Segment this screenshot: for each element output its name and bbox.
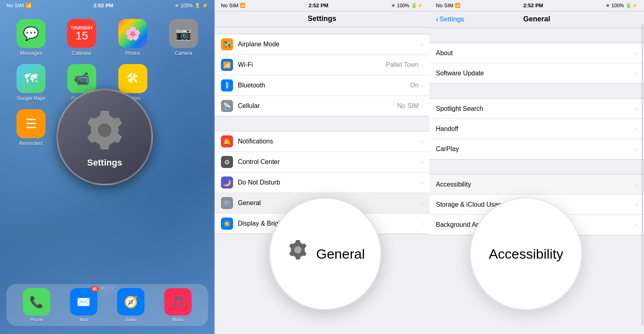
general-time: 2:52 PM	[523, 2, 543, 8]
carrier-label: No SIM	[6, 2, 24, 8]
accessibility-chevron: ›	[636, 181, 638, 188]
row-airplane[interactable]: ✈️ Airplane Mode ›	[215, 34, 429, 55]
messages-label: Messages	[20, 50, 42, 56]
spotlight-chevron: ›	[636, 106, 638, 112]
handoff-label: Handoff	[436, 125, 636, 133]
general-battery-label: 100%	[611, 3, 624, 8]
messages-icon-img: 💬	[17, 19, 45, 48]
general-gap-top	[429, 28, 644, 39]
settings-battery-label: 100%	[397, 3, 409, 8]
charge-icon: ⚡	[202, 3, 208, 8]
safari-icon-img: 🧭	[117, 288, 144, 315]
dock: 📞 Phone ✉️ 45 Mail 🧭 Safari 🎵 Music	[6, 284, 208, 326]
settings-battery-icon: 🔋⚡	[411, 3, 423, 8]
dock-safari[interactable]: 🧭 Safari	[117, 288, 144, 322]
about-label: About	[436, 50, 636, 57]
airplane-chevron: ›	[421, 41, 423, 48]
svg-point-0	[98, 123, 111, 137]
accessibility-circle-overlay[interactable]: Accessibility	[470, 197, 582, 310]
battery-info: ✳ 100% 🔋 ⚡	[175, 3, 208, 8]
music-icon-img: 🎵	[164, 288, 192, 315]
mail-label: Mail	[80, 317, 88, 322]
settings-circle-label: Settings	[87, 158, 122, 168]
home-screen: No SIM 📶 2:52 PM ✳ 100% 🔋 ⚡ 💬 Messages T…	[0, 0, 215, 334]
back-chevron-icon: ‹	[436, 15, 439, 24]
dock-mail[interactable]: ✉️ 45 Mail	[70, 288, 97, 322]
cc-label: Control Center	[238, 158, 421, 166]
general-gear-icon	[286, 238, 310, 268]
settings-circle[interactable]: Settings	[56, 89, 153, 185]
camera-label: Camera	[175, 50, 192, 56]
row-dnd[interactable]: 🌙 Do Not Disturb ›	[215, 172, 429, 193]
row-software-update[interactable]: Software Update ›	[429, 63, 644, 83]
handoff-chevron: ›	[636, 126, 638, 132]
row-spotlight[interactable]: Spotlight Search ›	[429, 99, 644, 119]
airplane-icon: ✈️	[221, 38, 233, 50]
general-circle-overlay[interactable]: General	[269, 197, 382, 310]
notif-label: Notifications	[238, 138, 421, 145]
app-camera[interactable]: 📷 Camera	[162, 19, 205, 56]
phone-label: Phone	[30, 317, 43, 322]
wifi-icon: 📶	[221, 59, 233, 71]
row-notifications[interactable]: 🔔 Notifications ›	[215, 131, 429, 152]
row-about[interactable]: About ›	[429, 43, 644, 63]
software-update-label: Software Update	[436, 70, 636, 77]
settings-header: Settings	[215, 11, 429, 27]
music-label: Music	[172, 317, 184, 322]
settings-gear-icon	[80, 106, 129, 154]
row-carplay[interactable]: CarPlay ›	[429, 139, 644, 159]
row-bluetooth[interactable]: ᛒ Bluetooth On ›	[215, 75, 429, 96]
background-refresh-chevron: ›	[636, 222, 638, 228]
app-maps[interactable]: 🗺 Google Maps	[10, 64, 52, 101]
cellular-icon: 📡	[221, 100, 233, 112]
back-label: Settings	[440, 15, 464, 23]
row-cellular[interactable]: 📡 Cellular No SIM ›	[215, 96, 429, 116]
wifi-chevron: ›	[421, 62, 423, 68]
row-handoff[interactable]: Handoff ›	[429, 119, 644, 139]
row-control-center[interactable]: ⚙ Control Center ›	[215, 152, 429, 172]
row-accessibility[interactable]: Accessibility ›	[429, 174, 644, 195]
general-gap-bottom	[429, 160, 644, 171]
back-button[interactable]: ‹ Settings	[436, 15, 464, 24]
signal-icon: 📶	[25, 2, 32, 8]
time-label: 2:52 PM	[93, 2, 113, 8]
safari-label: Safari	[125, 317, 137, 322]
bluetooth-value: On	[410, 82, 419, 89]
app-calendar[interactable]: Thursday 15 Calendar	[60, 19, 103, 56]
row-wifi[interactable]: 📶 Wi-Fi Pallet Town ›	[215, 55, 429, 75]
storage-chevron: ›	[636, 201, 638, 208]
battery-icon: 🔋	[194, 3, 200, 8]
spotlight-label: Spotlight Search	[436, 105, 636, 112]
about-chevron: ›	[636, 50, 638, 56]
app-messages[interactable]: 💬 Messages	[10, 19, 52, 56]
general-title: General	[523, 15, 550, 23]
notif-icon: 🔔	[221, 135, 233, 147]
cc-icon: ⚙	[221, 156, 233, 168]
app-reminders[interactable]: ☰ Reminders	[10, 109, 52, 146]
connectivity-section: ✈️ Airplane Mode › 📶 Wi-Fi Pallet Town ›…	[215, 34, 429, 116]
carrier-info: No SIM 📶	[6, 2, 32, 8]
settings-time: 2:52 PM	[309, 2, 328, 8]
status-bar-settings: No SIM 📶 2:52 PM ✳ 100% 🔋⚡	[215, 0, 429, 11]
scrollbar[interactable]	[642, 24, 643, 326]
cellular-label: Cellular	[238, 102, 397, 110]
app-photos[interactable]: 🌸 Photos	[111, 19, 154, 56]
dock-music[interactable]: 🎵 Music	[164, 288, 192, 322]
settings-battery: ✳ 100% 🔋⚡	[391, 3, 423, 8]
reminders-icon-img: ☰	[17, 109, 45, 138]
general-circle-text: General	[316, 246, 365, 262]
facetime-icon-img: 📹	[67, 64, 96, 93]
general-carrier: No SIM 📶	[436, 2, 460, 8]
calendar-label: Calendar	[72, 50, 92, 56]
general-signal-icon: 📶	[455, 3, 460, 8]
settings-carrier: No SIM 📶	[221, 2, 246, 8]
dock-phone[interactable]: 📞 Phone	[23, 288, 50, 322]
dnd-icon: 🌙	[221, 176, 233, 189]
carplay-label: CarPlay	[436, 145, 636, 153]
maps-label: Google Maps	[17, 95, 45, 101]
bluetooth-row-icon: ᛒ	[221, 79, 233, 91]
phone-icon-img: 📞	[23, 288, 50, 315]
settings-carrier-label: No SIM	[221, 2, 238, 8]
bluetooth-icon: ✳	[175, 3, 179, 8]
utilities-icon-img: 🛠	[118, 64, 147, 93]
